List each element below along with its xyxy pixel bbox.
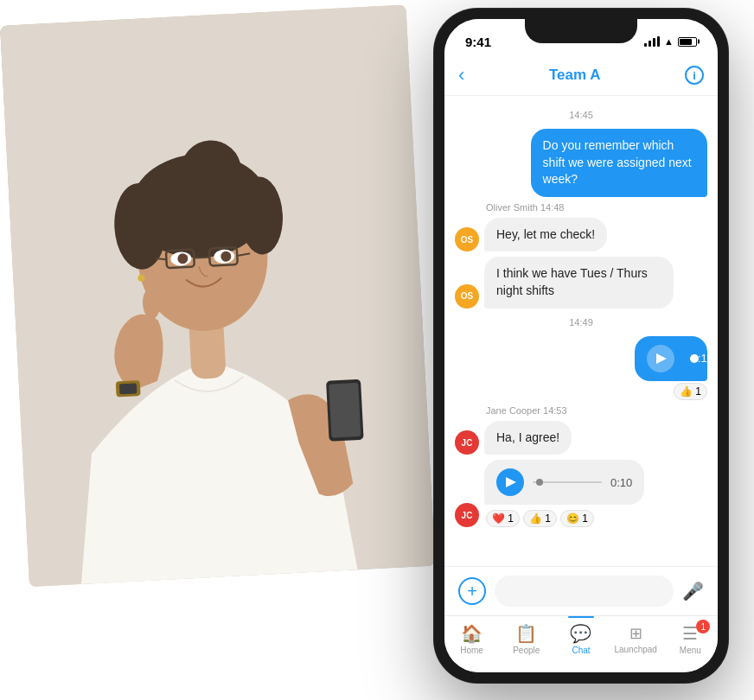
message-out-voice: 0:18 👍 1 xyxy=(455,336,707,400)
svg-rect-26 xyxy=(0,4,435,587)
input-area: + 🎤 xyxy=(444,566,718,615)
home-icon: 🏠 xyxy=(461,623,482,644)
phone-mockup: 9:41 ▲ ‹ Team A xyxy=(434,9,728,683)
phone-body: 9:41 ▲ ‹ Team A xyxy=(434,9,728,683)
reaction-heart: ❤️ 1 xyxy=(486,510,520,527)
timestamp-1445: 14:45 xyxy=(455,110,707,120)
phone-notch xyxy=(525,19,637,43)
messages-area[interactable]: 14:45 Do you remember which shift we wer… xyxy=(444,96,718,566)
message-in-jane-1: JC Ha, I agree! xyxy=(455,421,707,455)
wifi-icon: ▲ xyxy=(664,36,674,47)
menu-badge: 1 xyxy=(696,620,710,633)
reactions-out: 👍 1 xyxy=(674,383,707,400)
info-button[interactable]: i xyxy=(685,66,704,85)
avatar-jane-voice: JC xyxy=(455,503,479,527)
chat-icon: 💬 xyxy=(570,623,591,644)
avatar-jane: JC xyxy=(455,430,479,455)
battery-icon xyxy=(678,37,697,47)
add-button[interactable]: + xyxy=(458,577,486,605)
phone-screen: 9:41 ▲ ‹ Team A xyxy=(444,19,718,672)
reactions-in: ❤️ 1 👍 1 😊 1 xyxy=(486,510,644,527)
nav-label-menu: Menu xyxy=(680,646,701,655)
microphone-button[interactable]: 🎤 xyxy=(682,581,704,601)
waveform-in xyxy=(533,481,602,483)
back-button[interactable]: ‹ xyxy=(458,64,464,86)
sender-label-oliver: Oliver Smith 14:48 xyxy=(486,202,564,213)
timestamp-1449: 14:49 xyxy=(455,317,707,328)
bubble-in-oliver-1: Hey, let me check! xyxy=(484,218,607,252)
launchpad-icon: ⊞ xyxy=(629,624,642,643)
bubble-in-jane-1: Ha, I agree! xyxy=(484,421,572,455)
people-icon: 📋 xyxy=(515,623,537,644)
status-icons: ▲ xyxy=(644,36,697,47)
voice-duration-in: 0:10 xyxy=(610,476,632,489)
chat-header: ‹ Team A i xyxy=(444,57,718,96)
nav-item-menu[interactable]: ☰ 1 Menu xyxy=(668,623,712,655)
play-icon-in xyxy=(506,477,516,487)
chat-title: Team A xyxy=(549,67,601,84)
message-in-oliver-1: OS Hey, let me check! xyxy=(455,218,707,252)
play-button-in[interactable] xyxy=(496,468,524,496)
message-in-jane-header: Jane Cooper 14:53 xyxy=(455,405,707,416)
avatar-oliver-2: OS xyxy=(455,284,479,309)
nav-item-people[interactable]: 📋 People xyxy=(505,623,548,655)
bottom-navigation: 🏠 Home 📋 People 💬 Chat ⊞ Launchpad ☰ xyxy=(444,615,718,672)
voice-bubble-in[interactable]: 0:10 xyxy=(484,460,644,505)
message-in-oliver-2: OS I think we have Tues / Thurs night sh… xyxy=(455,257,707,308)
bubble-in-oliver-2: I think we have Tues / Thurs night shift… xyxy=(484,257,674,308)
bubble-out-1: Do you remember which shift we were assi… xyxy=(531,129,707,197)
reaction-thumbsup: 👍 1 xyxy=(674,383,707,400)
nav-item-home[interactable]: 🏠 Home xyxy=(450,623,494,655)
message-input[interactable] xyxy=(495,576,674,607)
reaction-smile: 😊 1 xyxy=(560,510,594,527)
play-button-out[interactable] xyxy=(647,345,674,372)
background-photo xyxy=(0,4,435,587)
nav-label-launchpad: Launchpad xyxy=(614,645,657,654)
avatar-oliver: OS xyxy=(455,227,479,251)
voice-bubble-out[interactable]: 0:18 xyxy=(635,336,707,381)
play-icon-out xyxy=(656,353,667,364)
nav-item-launchpad[interactable]: ⊞ Launchpad xyxy=(614,624,657,654)
signal-icon xyxy=(644,36,660,47)
message-in-jane-voice: JC 0:10 ❤️ 1 xyxy=(455,460,707,527)
message-out-1: Do you remember which shift we were assi… xyxy=(455,129,707,197)
sender-label-jane: Jane Cooper 14:53 xyxy=(486,405,567,416)
status-time: 9:41 xyxy=(465,35,491,49)
nav-label-chat: Chat xyxy=(572,646,590,655)
message-in-oliver-header: Oliver Smith 14:48 xyxy=(455,202,707,213)
nav-label-home: Home xyxy=(460,646,483,655)
reaction-thumbsup-in: 👍 1 xyxy=(523,510,557,527)
nav-label-people: People xyxy=(513,646,540,655)
nav-item-chat[interactable]: 💬 Chat xyxy=(559,623,603,655)
